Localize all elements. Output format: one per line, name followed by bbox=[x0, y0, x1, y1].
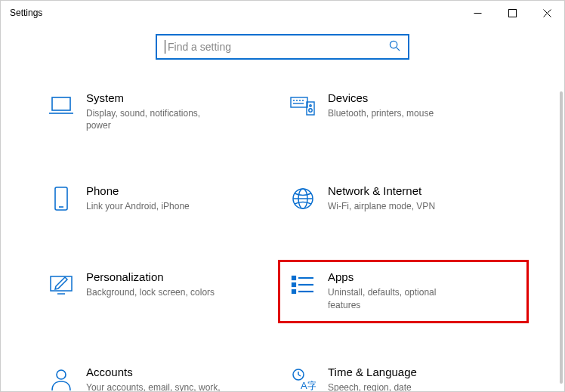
category-title: Personalization bbox=[86, 270, 215, 283]
maximize-button[interactable] bbox=[495, 1, 529, 25]
vertical-scrollbar[interactable] bbox=[560, 91, 563, 384]
close-button[interactable] bbox=[529, 1, 564, 25]
svg-rect-6 bbox=[52, 97, 70, 110]
titlebar: Settings bbox=[1, 1, 564, 25]
category-desc: Speech, region, date bbox=[328, 381, 417, 392]
category-title: Accounts bbox=[86, 366, 222, 378]
category-desc: Wi-Fi, airplane mode, VPN bbox=[328, 200, 435, 212]
svg-line-5 bbox=[397, 47, 400, 50]
svg-rect-8 bbox=[291, 97, 307, 107]
category-apps[interactable]: Apps Uninstall, defaults, optional featu… bbox=[278, 260, 529, 323]
window-title: Settings bbox=[10, 8, 42, 18]
text-caret bbox=[165, 40, 165, 54]
globe-icon bbox=[290, 186, 316, 211]
phone-icon bbox=[48, 186, 74, 211]
category-title: System bbox=[86, 91, 222, 104]
category-personalization[interactable]: Personalization Background, lock screen,… bbox=[41, 266, 282, 316]
content-area: System Display, sound, notifications, po… bbox=[1, 25, 564, 392]
category-desc: Bluetooth, printers, mouse bbox=[328, 107, 434, 119]
svg-text:A字: A字 bbox=[301, 380, 316, 391]
category-time-language[interactable]: A字 Time & Language Speech, region, date bbox=[282, 361, 524, 392]
category-devices[interactable]: Devices Bluetooth, printers, mouse bbox=[282, 87, 524, 136]
category-system[interactable]: System Display, sound, notifications, po… bbox=[41, 87, 282, 136]
category-desc: Your accounts, email, sync, work, other … bbox=[86, 381, 222, 392]
pen-monitor-icon bbox=[48, 272, 74, 298]
category-desc: Link your Android, iPhone bbox=[86, 200, 190, 212]
svg-rect-24 bbox=[292, 276, 295, 279]
laptop-icon bbox=[48, 93, 74, 119]
search-box[interactable] bbox=[156, 34, 409, 60]
svg-rect-22 bbox=[51, 276, 72, 291]
search-container bbox=[1, 34, 564, 60]
svg-rect-1 bbox=[508, 9, 516, 17]
svg-point-15 bbox=[310, 105, 311, 106]
category-title: Phone bbox=[86, 184, 190, 197]
category-title: Time & Language bbox=[328, 366, 417, 378]
time-language-icon: A字 bbox=[290, 367, 316, 392]
category-network[interactable]: Network & Internet Wi-Fi, airplane mode,… bbox=[282, 180, 524, 222]
keyboard-speaker-icon bbox=[290, 93, 316, 119]
category-title: Network & Internet bbox=[328, 184, 435, 197]
search-icon bbox=[389, 40, 400, 54]
apps-list-icon bbox=[290, 272, 316, 298]
category-desc: Uninstall, defaults, optional features bbox=[328, 286, 464, 310]
categories-grid: System Display, sound, notifications, po… bbox=[18, 87, 547, 392]
svg-rect-25 bbox=[292, 283, 295, 286]
svg-rect-26 bbox=[292, 290, 295, 293]
category-desc: Display, sound, notifications, power bbox=[86, 107, 222, 131]
svg-point-30 bbox=[57, 370, 66, 379]
category-phone[interactable]: Phone Link your Android, iPhone bbox=[41, 180, 282, 222]
svg-point-4 bbox=[390, 41, 397, 48]
search-input[interactable] bbox=[165, 41, 400, 53]
window-controls bbox=[460, 1, 564, 25]
category-accounts[interactable]: Accounts Your accounts, email, sync, wor… bbox=[41, 361, 282, 392]
category-title: Apps bbox=[328, 270, 464, 283]
person-icon bbox=[48, 367, 74, 392]
svg-point-16 bbox=[309, 109, 312, 112]
category-title: Devices bbox=[328, 91, 434, 104]
svg-line-33 bbox=[298, 375, 301, 376]
category-desc: Background, lock screen, colors bbox=[86, 286, 215, 298]
minimize-button[interactable] bbox=[460, 1, 495, 25]
